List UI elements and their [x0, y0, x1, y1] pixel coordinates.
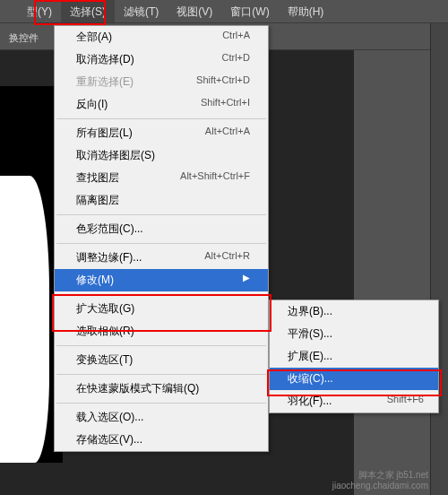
submenu-smooth[interactable]: 平滑(S)...: [270, 323, 438, 345]
menubar-item-select[interactable]: 选择(S): [61, 0, 115, 22]
submenu-expand[interactable]: 扩展(E)...: [270, 345, 438, 368]
menubar-item-window[interactable]: 窗口(W): [221, 0, 278, 22]
menu-separator: [56, 243, 266, 244]
menu-isolate-layers[interactable]: 隔离图层: [55, 189, 268, 212]
right-panel-dock: [430, 23, 448, 495]
menu-load-selection[interactable]: 载入选区(O)...: [55, 406, 268, 429]
menu-separator: [56, 403, 266, 404]
menu-reselect: 重新选择(E)Shift+Ctrl+D: [55, 71, 268, 93]
menu-separator: [56, 374, 266, 375]
menu-deselect[interactable]: 取消选择(D)Ctrl+D: [55, 48, 268, 71]
menu-inverse[interactable]: 反向(I)Shift+Ctrl+I: [55, 93, 268, 116]
menu-find-layers[interactable]: 查找图层Alt+Shift+Ctrl+F: [55, 167, 268, 189]
menu-modify[interactable]: 修改(M)▶: [55, 269, 268, 291]
menu-separator: [56, 345, 266, 346]
watermark: 脚本之家 jb51.net jiaocheng.chaidami.com: [332, 470, 428, 491]
menu-refine-edge[interactable]: 调整边缘(F)...Alt+Ctrl+R: [55, 247, 268, 269]
submenu-contract[interactable]: 收缩(C)...: [270, 368, 438, 390]
menubar: 型(Y) 选择(S) 滤镜(T) 视图(V) 窗口(W) 帮助(H): [0, 0, 448, 23]
menu-similar[interactable]: 选取相似(R): [55, 320, 268, 343]
submenu-arrow-icon: ▶: [243, 273, 250, 288]
menubar-item-type[interactable]: 型(Y): [18, 0, 61, 22]
menu-grow[interactable]: 扩大选取(G): [55, 298, 268, 320]
menu-save-selection[interactable]: 存储选区(V)...: [55, 429, 268, 451]
menu-quick-mask[interactable]: 在快速蒙版模式下编辑(Q): [55, 378, 268, 400]
submenu-border[interactable]: 边界(B)...: [270, 300, 438, 323]
menu-separator: [56, 118, 266, 119]
menubar-item-filter[interactable]: 滤镜(T): [115, 0, 168, 22]
menu-transform-selection[interactable]: 变换选区(T): [55, 349, 268, 371]
select-menu-dropdown: 全部(A)Ctrl+A 取消选择(D)Ctrl+D 重新选择(E)Shift+C…: [54, 25, 269, 452]
menu-separator: [56, 214, 266, 215]
menu-color-range[interactable]: 色彩范围(C)...: [55, 218, 268, 240]
menubar-item-help[interactable]: 帮助(H): [279, 0, 333, 22]
submenu-feather[interactable]: 羽化(F)...Shift+F6: [270, 390, 438, 412]
modify-submenu: 边界(B)... 平滑(S)... 扩展(E)... 收缩(C)... 羽化(F…: [269, 300, 439, 413]
menu-all-layers[interactable]: 所有图层(L)Alt+Ctrl+A: [55, 122, 268, 144]
canvas-shape: [0, 176, 49, 463]
toolbar-label: 换控件: [9, 32, 39, 43]
menu-select-all[interactable]: 全部(A)Ctrl+A: [55, 26, 268, 48]
menu-deselect-layers[interactable]: 取消选择图层(S): [55, 144, 268, 167]
menu-separator: [56, 294, 266, 295]
menubar-item-view[interactable]: 视图(V): [168, 0, 221, 22]
